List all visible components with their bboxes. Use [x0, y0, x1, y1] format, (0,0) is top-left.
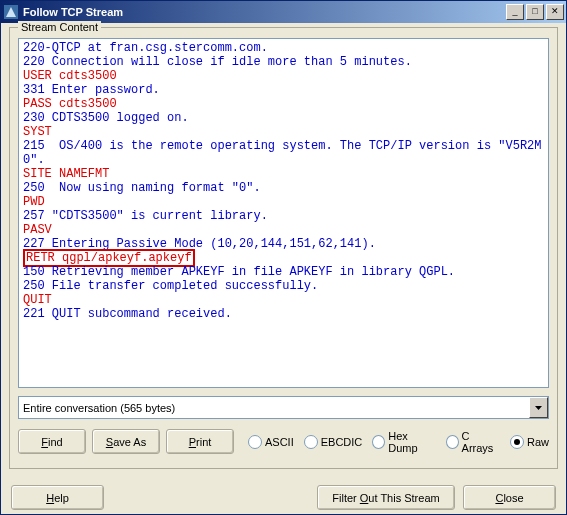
encoding-radios: ASCII EBCDIC Hex Dump C Arrays [240, 430, 549, 454]
control-row: Find Save As Print ASCII EBCDIC Hex Dump [18, 429, 549, 454]
maximize-button[interactable]: □ [526, 4, 544, 20]
radio-icon [248, 435, 262, 449]
radio-raw-label: Raw [527, 436, 549, 448]
conversation-select[interactable]: Entire conversation (565 bytes) [18, 396, 549, 419]
conversation-select-text: Entire conversation (565 bytes) [19, 402, 529, 414]
radio-raw[interactable]: Raw [510, 435, 549, 449]
dropdown-button[interactable] [529, 397, 548, 418]
follow-tcp-stream-window: Follow TCP Stream _ □ ✕ Stream Content 2… [0, 0, 567, 515]
find-button[interactable]: Find [18, 429, 86, 454]
save-as-button[interactable]: Save As [92, 429, 160, 454]
print-button[interactable]: Print [166, 429, 234, 454]
titlebar: Follow TCP Stream _ □ ✕ [1, 1, 566, 23]
radio-ebcdic[interactable]: EBCDIC [304, 435, 363, 449]
window-title: Follow TCP Stream [23, 6, 506, 18]
filter-out-button[interactable]: Filter Out This Stream [317, 485, 455, 510]
radio-icon [372, 435, 385, 449]
app-icon [3, 4, 19, 20]
radio-icon [510, 435, 524, 449]
radio-hex[interactable]: Hex Dump [372, 430, 435, 454]
radio-hex-label: Hex Dump [388, 430, 435, 454]
minimize-button[interactable]: _ [506, 4, 524, 20]
radio-ascii-label: ASCII [265, 436, 294, 448]
radio-carrays[interactable]: C Arrays [446, 430, 500, 454]
body-area: Stream Content 220-QTCP at fran.csg.ster… [1, 23, 566, 477]
window-buttons: _ □ ✕ [506, 4, 564, 20]
stream-content-group: Stream Content 220-QTCP at fran.csg.ster… [9, 27, 558, 469]
close-window-button[interactable]: ✕ [546, 4, 564, 20]
close-button[interactable]: Close [463, 485, 556, 510]
group-label: Stream Content [18, 21, 101, 33]
bottom-button-row: Help Filter Out This Stream Close [1, 477, 566, 514]
radio-carrays-label: C Arrays [462, 430, 500, 454]
radio-ascii[interactable]: ASCII [248, 435, 294, 449]
radio-icon [304, 435, 318, 449]
radio-icon [446, 435, 459, 449]
radio-ebcdic-label: EBCDIC [321, 436, 363, 448]
stream-text-area[interactable]: 220-QTCP at fran.csg.stercomm.com. 220 C… [18, 38, 549, 388]
help-button[interactable]: Help [11, 485, 104, 510]
